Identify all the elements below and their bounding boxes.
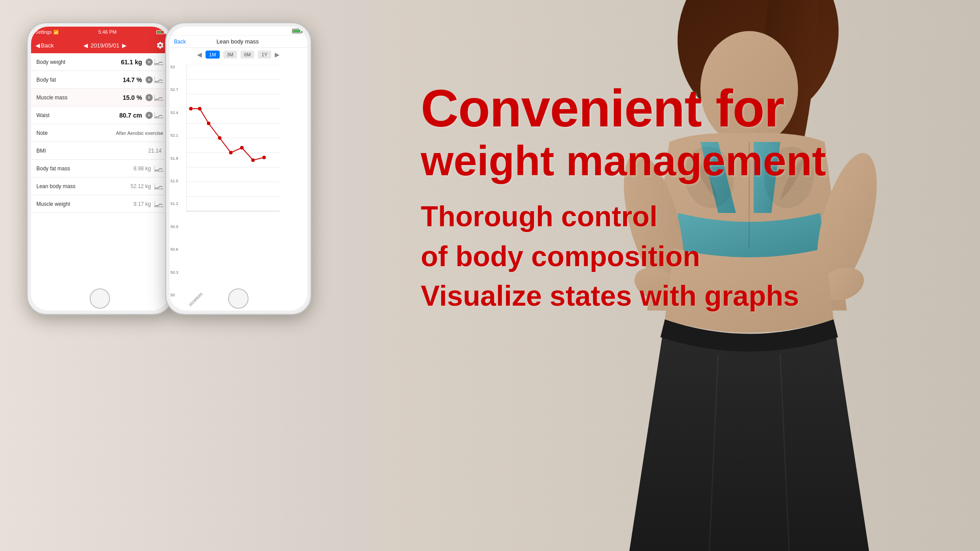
delete-body-weight[interactable]: ✕: [146, 59, 153, 66]
date-nav: ◀ 2019/05/01 ▶: [83, 42, 126, 49]
marketing-text: Convenient for weight management Thoroug…: [421, 80, 953, 316]
time-btn-1y[interactable]: 1Y: [258, 51, 271, 59]
nav-next[interactable]: ▶: [122, 42, 126, 49]
y-label-53: 53: [170, 65, 178, 69]
battery-tip-2: [302, 30, 303, 32]
chart-body-fat-mass[interactable]: [154, 165, 163, 172]
time-btn-1m[interactable]: 1M: [205, 51, 219, 59]
phone2: Back Lean body mass ◀ 1M 3M 6M 1Y ▶: [165, 22, 312, 315]
data-point-2: [198, 107, 202, 110]
delete-muscle-mass[interactable]: ✕: [146, 94, 153, 101]
data-point-3: [207, 122, 210, 125]
y-label-50-9: 50.9: [170, 224, 178, 229]
graph-header: Back Lean body mass: [170, 35, 307, 48]
value-waist: 80.7 cm: [119, 112, 142, 119]
back-label-1: Back: [41, 42, 54, 49]
value-note: After Aerobic exercise: [116, 130, 163, 136]
data-point-1: [189, 107, 193, 110]
chart-waist[interactable]: [154, 112, 163, 118]
nav-prev[interactable]: ◀: [83, 42, 88, 49]
row-body-fat-mass: Body fat mass 8.98 kg: [31, 160, 169, 177]
row-waist: Waist 80.7 cm ✕: [31, 106, 169, 124]
icons-muscle-mass: 15.0 % ✕: [122, 94, 163, 101]
status-bar-2: [170, 27, 307, 35]
nav-date: 2019/05/01: [91, 42, 119, 49]
subline3: Visualize states with graphs: [421, 276, 953, 316]
headline-line1: Convenient for: [421, 80, 953, 138]
label-waist: Waist: [36, 112, 119, 118]
y-label-52-4: 52.4: [170, 110, 178, 115]
icons-lean-body-mass: 52.12 kg: [130, 183, 163, 189]
value-muscle-mass: 15.0 %: [122, 94, 142, 101]
battery-icon-2: [292, 29, 302, 33]
data-point-4: [218, 136, 221, 140]
label-note: Note: [36, 130, 116, 136]
phone1-screen: Settings 📶 5:46 PM ◀ Back: [31, 27, 169, 311]
time-btn-6m[interactable]: 6M: [241, 51, 254, 59]
subline2: of body composition: [421, 237, 953, 277]
battery-icon-1: [156, 30, 164, 34]
value-body-weight: 61.1 kg: [121, 59, 142, 66]
chart-body-weight[interactable]: [154, 59, 163, 65]
y-label-51-2: 51.2: [170, 201, 178, 206]
time-prev[interactable]: ◀: [197, 51, 202, 58]
row-bmi: BMI 21.14: [31, 142, 169, 160]
graph-area: 53 52.7 52.4 52.1 51.8 51.5 51.2 50.9 50…: [170, 61, 307, 311]
delete-waist[interactable]: ✕: [146, 112, 153, 119]
label-muscle-weight: Muscle weight: [36, 201, 134, 207]
row-lean-body-mass: Lean body mass 52.12 kg: [31, 177, 169, 195]
data-point-6: [240, 146, 244, 150]
data-point-8: [262, 156, 266, 159]
status-right-1: [156, 30, 164, 34]
chart-svg: [186, 65, 288, 229]
x-axis-label: 2019/05/01: [188, 292, 204, 307]
subtext: Thorough control of body composition Vis…: [421, 197, 953, 316]
icons-body-weight: 61.1 kg ✕: [121, 59, 163, 66]
nav-bar-1: ◀ Back ◀ 2019/05/01 ▶: [31, 37, 169, 53]
phone2-screen: Back Lean body mass ◀ 1M 3M 6M 1Y ▶: [170, 27, 307, 311]
data-list: Body weight 61.1 kg ✕: [31, 53, 169, 213]
subline1: Thorough control: [421, 197, 953, 237]
value-bmi: 21.14: [148, 148, 162, 154]
icons-muscle-weight: 9.17 kg: [134, 201, 163, 207]
home-button-2[interactable]: [228, 288, 249, 309]
label-body-fat-mass: Body fat mass: [36, 165, 134, 172]
y-label-51-8: 51.8: [170, 156, 178, 161]
icons-body-fat: 14.7 % ✕: [122, 76, 163, 83]
back-button-1[interactable]: ◀ Back: [36, 42, 54, 49]
graph-title: Lean body mass: [186, 38, 289, 45]
graph-back-button[interactable]: Back: [174, 39, 186, 45]
carrier: Settings: [36, 30, 51, 35]
y-label-50: 50: [170, 293, 178, 297]
chart-muscle-weight[interactable]: [154, 201, 163, 207]
y-label-50-3: 50.3: [170, 270, 178, 275]
chart-lean-body-mass[interactable]: [154, 183, 163, 189]
value-muscle-weight: 9.17 kg: [134, 201, 151, 207]
row-note: Note After Aerobic exercise: [31, 124, 169, 142]
y-axis-labels: 53 52.7 52.4 52.1 51.8 51.5 51.2 50.9 50…: [170, 65, 178, 297]
y-label-52-1: 52.1: [170, 133, 178, 138]
chart-muscle-mass[interactable]: [154, 94, 163, 101]
value-lean-body-mass: 52.12 kg: [130, 183, 151, 189]
row-muscle-weight: Muscle weight 9.17 kg: [31, 195, 169, 213]
back-arrow-1: ◀: [36, 42, 40, 49]
time-selector: ◀ 1M 3M 6M 1Y ▶: [170, 48, 307, 61]
value-body-fat: 14.7 %: [122, 76, 142, 83]
time-btn-3m[interactable]: 3M: [223, 51, 237, 59]
home-button-1[interactable]: [90, 288, 110, 309]
y-label-50-6: 50.6: [170, 247, 178, 252]
icons-body-fat-mass: 8.98 kg: [134, 165, 163, 172]
delete-body-fat[interactable]: ✕: [146, 76, 153, 83]
settings-icon[interactable]: [156, 41, 164, 49]
y-label-52-7: 52.7: [170, 87, 178, 92]
chart-body-fat[interactable]: [154, 77, 163, 83]
scene: Convenient for weight management Thoroug…: [0, 0, 980, 551]
label-lean-body-mass: Lean body mass: [36, 183, 130, 189]
time-next[interactable]: ▶: [275, 51, 280, 58]
label-body-fat: Body fat: [36, 77, 122, 83]
row-body-fat: Body fat 14.7 % ✕: [31, 71, 169, 89]
data-point-7: [251, 158, 255, 162]
icons-waist: 80.7 cm ✕: [119, 112, 163, 119]
row-body-weight: Body weight 61.1 kg ✕: [31, 53, 169, 71]
label-bmi: BMI: [36, 148, 148, 154]
